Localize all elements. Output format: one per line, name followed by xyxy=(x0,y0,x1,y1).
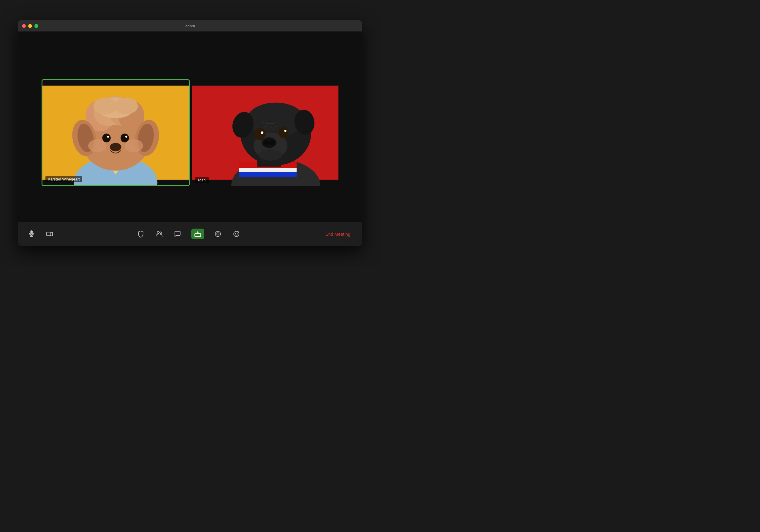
video-tile-toshi: Toshi xyxy=(192,79,338,186)
end-meeting-button[interactable]: End Meeting xyxy=(322,230,353,238)
svg-point-18 xyxy=(110,143,121,151)
window-title: Zoom xyxy=(185,24,195,28)
chat-icon xyxy=(174,230,181,237)
video-tile-karsten: Karsten Winegeart xyxy=(42,79,190,186)
svg-point-20 xyxy=(125,139,143,152)
zoom-window: Zoom xyxy=(18,20,362,246)
video-grid: Karsten Winegeart xyxy=(18,43,362,222)
participant-name-toshi: Toshi xyxy=(195,177,209,183)
svg-point-37 xyxy=(278,126,289,138)
svg-point-23 xyxy=(114,98,138,114)
svg-rect-43 xyxy=(31,231,32,234)
svg-point-22 xyxy=(94,98,117,114)
chat-button[interactable] xyxy=(173,229,182,239)
record-icon xyxy=(214,230,221,237)
svg-point-52 xyxy=(234,231,239,237)
participants-button[interactable] xyxy=(154,229,164,239)
svg-point-38 xyxy=(261,131,263,134)
svg-point-53 xyxy=(235,233,236,234)
svg-point-47 xyxy=(157,231,159,234)
svg-point-35 xyxy=(269,140,275,145)
svg-rect-28 xyxy=(239,172,297,177)
svg-point-51 xyxy=(217,233,219,235)
svg-point-36 xyxy=(255,128,266,140)
microphone-icon xyxy=(28,230,35,237)
video-camera-icon xyxy=(46,230,53,237)
emoji-icon xyxy=(233,230,240,237)
toolbar-right: End Meeting xyxy=(322,230,353,238)
close-button[interactable] xyxy=(22,24,26,28)
svg-point-42 xyxy=(259,149,282,161)
minimize-button[interactable] xyxy=(28,24,32,28)
toolbar: End Meeting xyxy=(18,222,362,246)
svg-rect-27 xyxy=(239,168,297,172)
video-button[interactable] xyxy=(45,229,55,239)
people-icon xyxy=(156,230,163,237)
svg-point-50 xyxy=(215,231,220,237)
svg-point-34 xyxy=(263,140,269,145)
security-button[interactable] xyxy=(136,229,145,239)
svg-point-19 xyxy=(88,139,107,152)
record-button[interactable] xyxy=(213,229,223,239)
svg-point-39 xyxy=(284,130,286,132)
svg-point-16 xyxy=(107,136,109,138)
toolbar-center xyxy=(55,229,322,239)
content-area: Karsten Winegeart xyxy=(18,31,362,246)
maximize-button[interactable] xyxy=(34,24,38,28)
shield-icon xyxy=(137,230,144,237)
mute-button[interactable] xyxy=(27,229,36,239)
svg-point-48 xyxy=(160,232,162,234)
svg-point-54 xyxy=(237,233,238,234)
reactions-button[interactable] xyxy=(232,229,241,239)
svg-point-17 xyxy=(125,136,127,138)
toolbar-left xyxy=(27,229,55,239)
share-screen-button[interactable] xyxy=(191,229,204,239)
participant-name-karsten: Karsten Winegeart xyxy=(45,176,82,182)
titlebar: Zoom xyxy=(18,20,362,31)
share-screen-icon xyxy=(194,230,201,237)
traffic-lights xyxy=(22,24,38,28)
svg-rect-46 xyxy=(47,232,51,236)
